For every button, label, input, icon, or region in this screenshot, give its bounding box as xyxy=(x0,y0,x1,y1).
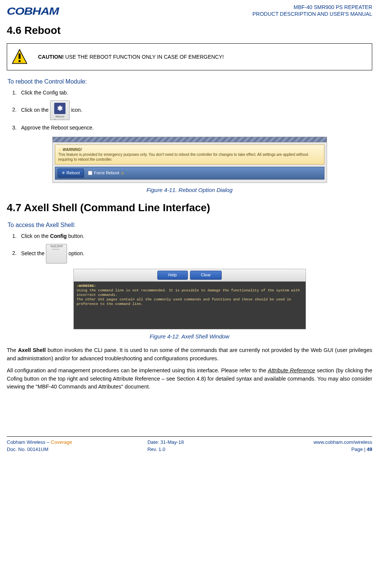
p1b: Axell Shell xyxy=(18,347,46,353)
reboot-button[interactable]: ✳Reboot xyxy=(58,169,84,178)
sec46-step1: Click the Config tab. xyxy=(18,89,372,96)
sec47-step2-b: option. xyxy=(68,250,84,256)
footer-mid-1: Date: 31-May-18 xyxy=(129,439,251,446)
p2b: Attribute Reference xyxy=(268,367,315,373)
figure-4-11-caption: Figure 4-11. Reboot Option Dialog xyxy=(7,186,372,194)
warning-triangle-icon xyxy=(12,49,27,65)
sec46-step3: Approve the Reboot sequence. xyxy=(18,124,372,131)
term-line-2: The other GUI pages contain all the comm… xyxy=(77,297,291,306)
sec46-step2-b: icon. xyxy=(71,107,82,113)
sec46-step2-a: Click on the xyxy=(21,107,50,113)
sec47-step1-a: Click on the xyxy=(21,233,50,239)
sec47-step1: Click on the Config button. xyxy=(18,232,372,240)
page-header: COBHAM MBF-40 SMR900 PS REPEATER PRODUCT… xyxy=(7,4,372,19)
dialog-warning-title: WARNING! xyxy=(62,148,82,152)
sparkle-icon: ✳ xyxy=(62,170,65,176)
section-4-6-heading: 4.6 Reboot xyxy=(7,23,372,38)
footer-mid-2: Rev. 1.0 xyxy=(129,446,251,453)
figure-4-12: Help Clear ⚠WARNING: Using the command l… xyxy=(7,269,372,341)
caution-bold: CAUTION! xyxy=(38,54,64,60)
reboot-icon-label: Reboot Controller xyxy=(54,115,65,120)
sec47-step1-c: button. xyxy=(67,233,84,239)
sec47-subhead: To access the Axell Shell: xyxy=(8,221,372,229)
figure-4-12-caption: Figure 4-12. Axell Shell Window xyxy=(7,332,372,341)
figure-4-11: ⚠ WARNING! This feature is provided for … xyxy=(7,137,372,194)
p2a: All configuration and management procedu… xyxy=(7,367,268,373)
sec46-step2: Click on the ✱Reboot Controller icon. xyxy=(18,101,372,120)
sec46-subhead: To reboot the Control Module: xyxy=(8,77,372,86)
footer-left-2: Doc. No. 00141UM xyxy=(7,446,129,453)
dialog-action-bar: ✳Reboot Force Reboot ⚠ xyxy=(55,167,324,180)
footer-page-b: 49 xyxy=(367,446,372,452)
sec47-steps: Click on the Config button. Select the A… xyxy=(7,232,372,263)
footer-right-2: Page | 49 xyxy=(250,446,372,453)
dialog-stripe xyxy=(53,137,327,142)
sec47-para1: The Axell Shell button invokes the CLI p… xyxy=(7,346,372,363)
dialog-warning-body: This feature is provided for emergency p… xyxy=(58,152,308,161)
doc-title-block: MBF-40 SMR900 PS REPEATER PRODUCT DESCRI… xyxy=(253,4,372,17)
clear-button[interactable]: Clear xyxy=(190,271,222,280)
force-reboot-checkbox[interactable] xyxy=(88,171,93,175)
reboot-controller-icon: ✱Reboot Controller xyxy=(50,101,70,120)
sec47-step2: Select the Axell Shell option. xyxy=(18,244,372,264)
svg-rect-2 xyxy=(18,60,20,62)
sec47-step2-a: Select the xyxy=(21,250,46,256)
shell-toolbar: Help Clear xyxy=(74,269,306,282)
term-line-1: Using the command line is not recommende… xyxy=(77,288,300,297)
caution-callout: CAUTION! USE THE REBOOT FUNCTION ONLY IN… xyxy=(7,43,372,70)
warning-icon-small: ⚠ xyxy=(58,148,62,152)
footer-left-1: Cobham Wireless – Coverage xyxy=(7,439,129,446)
sec47-para2: All configuration and management procedu… xyxy=(7,367,372,391)
section-4-7-heading: 4.7 Axell Shell (Command Line Interface) xyxy=(7,200,372,216)
warning-icon-tiny: ⚠ xyxy=(121,171,124,176)
caution-body: USE THE REBOOT FUNCTION ONLY IN CASE OF … xyxy=(64,54,224,60)
p1a: The xyxy=(7,347,18,353)
term-warn-title: WARNING: xyxy=(79,284,96,288)
page-footer: Cobham Wireless – Coverage Date: 31-May-… xyxy=(7,436,372,453)
shell-terminal[interactable]: ⚠WARNING: Using the command line is not … xyxy=(74,282,306,329)
svg-rect-1 xyxy=(18,53,20,59)
footer-dash: – xyxy=(46,439,51,445)
brand-logo: COBHAM xyxy=(7,4,59,19)
footer-brand: Cobham Wireless xyxy=(7,439,46,445)
reboot-button-label: Reboot xyxy=(67,170,80,176)
sec46-steps: Click the Config tab. Click on the ✱Rebo… xyxy=(7,89,372,131)
product-line-1: MBF-40 SMR900 PS REPEATER xyxy=(253,4,372,11)
reboot-dialog: ⚠ WARNING! This feature is provided for … xyxy=(52,137,327,183)
product-line-2: PRODUCT DESCRIPTION AND USER'S MANUAL xyxy=(253,11,372,17)
footer-page-a: Page | xyxy=(352,446,367,452)
axell-shell-icon: Axell Shell xyxy=(46,244,67,264)
dialog-warning-box: ⚠ WARNING! This feature is provided for … xyxy=(55,145,324,165)
force-reboot-label: Force Reboot xyxy=(94,170,119,176)
footer-coverage: Coverage xyxy=(51,439,72,445)
caution-text: CAUTION! USE THE REBOOT FUNCTION ONLY IN… xyxy=(38,53,224,61)
sec47-step1-b: Config xyxy=(50,233,67,239)
help-button[interactable]: Help xyxy=(157,271,188,280)
force-reboot-checkbox-wrap[interactable]: Force Reboot ⚠ xyxy=(88,170,124,176)
footer-right-1: www.cobham.com/wireless xyxy=(250,439,372,446)
p1c: button invokes the CLI pane. It is used … xyxy=(7,347,372,361)
axell-shell-window: Help Clear ⚠WARNING: Using the command l… xyxy=(73,269,306,329)
